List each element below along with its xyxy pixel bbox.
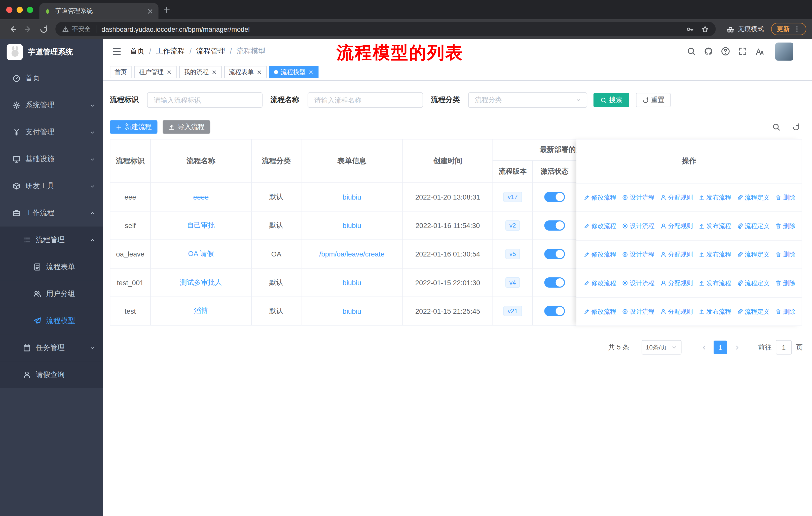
forward-button[interactable] <box>21 22 34 35</box>
form-info-link[interactable]: biubiu <box>343 222 361 229</box>
action-edit[interactable]: 修改流程 <box>584 307 616 316</box>
process-name-link[interactable]: 滔博 <box>194 307 208 315</box>
version-badge[interactable]: v4 <box>505 277 520 288</box>
action-delete[interactable]: 删除 <box>775 250 795 259</box>
refresh-table-icon[interactable] <box>792 123 800 131</box>
action-edit[interactable]: 修改流程 <box>584 279 616 288</box>
process-name-link[interactable]: OA 请假 <box>188 250 214 258</box>
tag-close-icon[interactable] <box>256 69 262 75</box>
action-assign[interactable]: 分配规则 <box>660 279 693 288</box>
github-icon[interactable] <box>704 47 713 56</box>
form-info-link[interactable]: biubiu <box>343 307 361 315</box>
action-publish[interactable]: 发布流程 <box>698 222 731 230</box>
window-close-button[interactable] <box>6 6 12 13</box>
window-zoom-button[interactable] <box>27 6 33 13</box>
window-minimize-button[interactable] <box>17 6 23 13</box>
action-definition[interactable]: 流程定义 <box>737 279 770 288</box>
action-delete[interactable]: 删除 <box>775 279 795 288</box>
active-toggle[interactable] <box>544 220 565 230</box>
action-definition[interactable]: 流程定义 <box>737 307 770 316</box>
action-edit[interactable]: 修改流程 <box>584 250 616 259</box>
page-tag-3[interactable]: 流程表单 <box>224 66 267 78</box>
action-assign[interactable]: 分配规则 <box>660 222 693 230</box>
page-tag-2[interactable]: 我的流程 <box>179 66 222 78</box>
process-name-link[interactable]: 自己审批 <box>187 221 215 229</box>
action-edit[interactable]: 修改流程 <box>584 193 616 202</box>
reload-button[interactable] <box>37 22 50 35</box>
sidebar-fold-icon[interactable] <box>112 46 122 56</box>
action-edit[interactable]: 修改流程 <box>584 222 616 230</box>
sidebar-item-system-management[interactable]: 系统管理 <box>0 92 103 119</box>
password-key-icon[interactable] <box>686 25 694 33</box>
process-key-input[interactable] <box>147 92 263 108</box>
action-delete[interactable]: 删除 <box>775 193 795 202</box>
action-definition[interactable]: 流程定义 <box>737 250 770 259</box>
action-design[interactable]: 设计流程 <box>622 222 655 230</box>
prev-page-button[interactable] <box>697 341 710 354</box>
action-assign[interactable]: 分配规则 <box>660 250 693 259</box>
search-button[interactable]: 搜索 <box>593 93 629 107</box>
avatar[interactable] <box>775 42 793 60</box>
action-definition[interactable]: 流程定义 <box>737 222 770 230</box>
process-category-select[interactable]: 流程分类 <box>468 92 587 108</box>
active-toggle[interactable] <box>544 277 565 288</box>
action-publish[interactable]: 发布流程 <box>698 307 731 316</box>
form-info-link[interactable]: biubiu <box>343 279 361 287</box>
fullscreen-icon[interactable] <box>738 47 747 56</box>
create-process-button[interactable]: 新建流程 <box>110 120 157 134</box>
form-info-link[interactable]: /bpm/oa/leave/create <box>319 250 384 258</box>
back-button[interactable] <box>6 22 19 35</box>
action-assign[interactable]: 分配规则 <box>660 193 693 202</box>
version-badge[interactable]: v2 <box>505 220 520 230</box>
sidebar-item-payment-management[interactable]: 支付管理 <box>0 119 103 146</box>
next-page-button[interactable] <box>730 341 744 354</box>
goto-page-input[interactable] <box>776 340 792 355</box>
action-design[interactable]: 设计流程 <box>622 193 655 202</box>
version-badge[interactable]: v5 <box>505 249 520 259</box>
search-icon[interactable] <box>687 47 696 56</box>
action-delete[interactable]: 删除 <box>775 222 795 230</box>
sidebar-item-process-form[interactable]: 流程表单 <box>0 253 103 280</box>
tag-close-icon[interactable] <box>166 69 172 75</box>
sidebar-item-dev-tools[interactable]: 研发工具 <box>0 172 103 199</box>
form-info-link[interactable]: biubiu <box>343 193 361 201</box>
new-tab-button[interactable] <box>163 5 171 14</box>
font-size-icon[interactable] <box>755 47 764 56</box>
process-name-input[interactable] <box>308 92 423 108</box>
breadcrumb-process-management[interactable]: 流程管理 <box>196 47 225 56</box>
sidebar-item-workflow[interactable]: 工作流程 <box>0 199 103 226</box>
action-publish[interactable]: 发布流程 <box>698 279 731 288</box>
action-design[interactable]: 设计流程 <box>622 279 655 288</box>
tag-close-icon[interactable] <box>308 69 314 75</box>
version-badge[interactable]: v17 <box>503 192 522 202</box>
action-publish[interactable]: 发布流程 <box>698 193 731 202</box>
import-process-button[interactable]: 导入流程 <box>163 120 210 134</box>
action-design[interactable]: 设计流程 <box>622 250 655 259</box>
action-delete[interactable]: 删除 <box>775 307 795 316</box>
action-publish[interactable]: 发布流程 <box>698 250 731 259</box>
bookmark-star-icon[interactable] <box>701 25 709 33</box>
active-toggle[interactable] <box>544 249 565 259</box>
page-tag-1[interactable]: 租户管理 <box>134 66 177 78</box>
security-chip[interactable]: 不安全 <box>62 25 91 33</box>
tag-close-icon[interactable] <box>211 69 217 75</box>
sidebar-item-infrastructure[interactable]: 基础设施 <box>0 146 103 172</box>
page-tag-0[interactable]: 首页 <box>110 66 132 78</box>
update-button[interactable]: 更新 <box>771 23 806 35</box>
sidebar-item-process-management[interactable]: 流程管理 <box>0 226 103 253</box>
active-toggle[interactable] <box>544 192 565 202</box>
active-toggle[interactable] <box>544 306 565 316</box>
page-size-select[interactable]: 10条/页 <box>642 340 682 355</box>
sidebar-item-home[interactable]: 首页 <box>0 65 103 92</box>
version-badge[interactable]: v21 <box>503 306 522 316</box>
action-assign[interactable]: 分配规则 <box>660 307 693 316</box>
url-bar[interactable]: 不安全 dashboard.yudao.iocoder.cn/bpm/manag… <box>55 22 716 36</box>
sidebar-item-user-group[interactable]: 用户分组 <box>0 280 103 307</box>
action-definition[interactable]: 流程定义 <box>737 193 770 202</box>
reset-button[interactable]: 重置 <box>636 93 671 107</box>
process-name-link[interactable]: 测试多审批人 <box>180 278 222 286</box>
breadcrumb-workflow[interactable]: 工作流程 <box>156 47 185 56</box>
current-page[interactable]: 1 <box>714 341 727 354</box>
tab-close-icon[interactable] <box>146 7 154 15</box>
kebab-menu-icon[interactable] <box>793 25 801 33</box>
